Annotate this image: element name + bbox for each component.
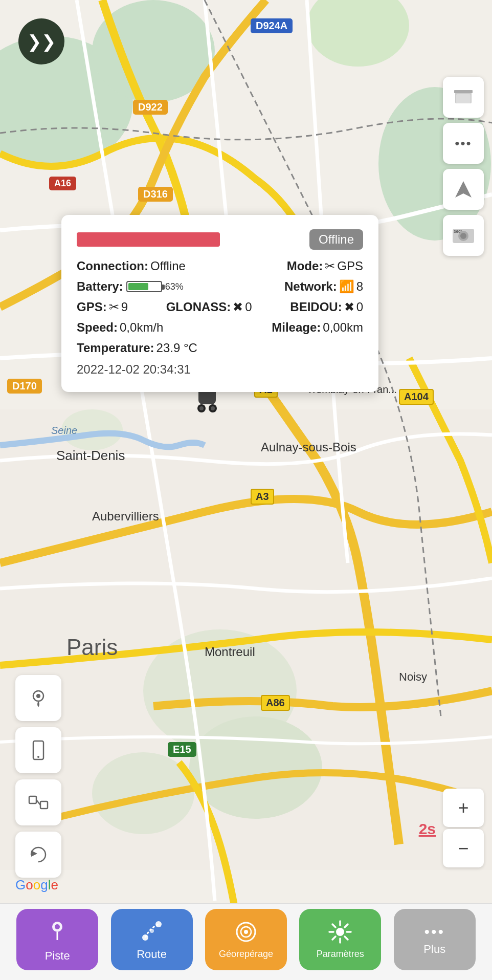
connection-label: Connection: xyxy=(77,259,148,273)
svg-point-34 xyxy=(155,921,162,927)
svg-point-2 xyxy=(307,0,409,67)
more-options-button[interactable]: ••• xyxy=(443,123,484,164)
svg-point-35 xyxy=(150,929,154,933)
beidou-value: 0 xyxy=(356,300,363,314)
city-aulnay: Aulnay-sous-Bois xyxy=(261,440,356,454)
right-sidebar: ••• 360° xyxy=(443,77,484,256)
battery-row: Battery: 63% Network: 📶 8 xyxy=(77,279,363,294)
road-label-a3: A3 xyxy=(251,489,274,505)
mileage-info: Mileage: 0,00km xyxy=(272,320,363,335)
device-name-bar xyxy=(77,232,220,247)
glonass-value: 0 xyxy=(245,300,252,314)
network-info: Network: 📶 8 xyxy=(284,279,363,294)
streetview-button[interactable]: 360° xyxy=(443,215,484,256)
road-label-d316: D316 xyxy=(138,187,173,202)
chevron-down-icon: ❯❯ xyxy=(27,33,56,50)
connection-info: Connection: Offline xyxy=(77,259,186,273)
svg-point-13 xyxy=(199,406,204,410)
speed-value: 0,0km/h xyxy=(120,320,163,335)
route-icon xyxy=(139,918,165,946)
layers-button[interactable] xyxy=(443,77,484,118)
svg-point-38 xyxy=(244,930,248,934)
svg-point-26 xyxy=(37,756,39,758)
connection-value: Offline xyxy=(150,259,186,273)
mode-icon: ✂ xyxy=(325,259,335,273)
speed-info: Speed: 0,0km/h xyxy=(77,320,163,335)
svg-rect-28 xyxy=(40,801,48,809)
road-label-a16: A16 xyxy=(49,177,76,190)
temperature-row: Temperature: 23.9 °C xyxy=(77,341,363,355)
svg-rect-16 xyxy=(454,90,473,93)
svg-rect-27 xyxy=(29,796,36,803)
gps-label: GPS: xyxy=(77,300,107,314)
mode-value: GPS xyxy=(337,259,363,273)
refresh-button[interactable] xyxy=(15,832,61,878)
battery-bar xyxy=(126,281,162,292)
gps-value: 9 xyxy=(121,300,128,314)
speed-row: Speed: 0,0km/h Mileage: 0,00km xyxy=(77,320,363,335)
svg-rect-17 xyxy=(456,94,471,103)
nav-georep[interactable]: Géorepérage xyxy=(205,909,287,970)
mobile-button[interactable] xyxy=(15,727,61,773)
svg-point-24 xyxy=(36,694,40,698)
left-action-buttons xyxy=(15,675,61,878)
navigate-button[interactable] xyxy=(443,169,484,210)
battery-percent: 63% xyxy=(165,281,184,292)
nav-plus[interactable]: ••• Plus xyxy=(394,909,476,970)
collapse-button[interactable]: ❯❯ xyxy=(18,18,64,64)
zoom-controls: + − xyxy=(443,789,484,867)
piste-label: Piste xyxy=(45,949,70,963)
params-label: Paramètres xyxy=(317,949,364,960)
svg-marker-18 xyxy=(455,181,472,198)
location-button[interactable] xyxy=(15,675,61,721)
ellipsis-icon: ••• xyxy=(455,136,472,151)
battery-tip xyxy=(162,285,165,290)
svg-point-14 xyxy=(211,406,215,410)
mode-label: Mode: xyxy=(287,259,323,273)
road-label-d924a: D924A xyxy=(251,18,293,33)
beidou-info: BEIDOU: ✖ 0 xyxy=(290,300,363,314)
satellite-row: GPS: ✂ 9 GLONASS: ✖ 0 BEIDOU: ✖ 0 xyxy=(77,300,363,314)
glonass-label: GLONASS: xyxy=(166,300,231,314)
connection-row: Connection: Offline Mode: ✂ GPS xyxy=(77,259,363,273)
nav-params[interactable]: Paramètres xyxy=(299,909,381,970)
nav-piste[interactable]: Piste xyxy=(16,909,98,970)
gps-info: GPS: ✂ 9 xyxy=(77,300,128,314)
info-card: Offline Connection: Offline Mode: ✂ GPS … xyxy=(61,215,378,392)
city-seine: Seine xyxy=(51,425,77,437)
plus-more-icon: ••• xyxy=(424,923,445,941)
network-value: 8 xyxy=(356,279,363,294)
city-saint-denis: Saint-Denis xyxy=(56,448,125,464)
mode-info: Mode: ✂ GPS xyxy=(287,259,363,273)
road-label-d922: D922 xyxy=(133,100,168,115)
battery-fill xyxy=(128,283,149,290)
offline-badge: Offline xyxy=(309,229,363,250)
route-label: Route xyxy=(137,948,167,961)
zoom-in-button[interactable]: + xyxy=(443,789,484,827)
speed-label: Speed: xyxy=(77,320,118,335)
temperature-value: 23.9 °C xyxy=(156,341,197,355)
svg-marker-30 xyxy=(31,851,37,857)
glonass-x-icon: ✖ xyxy=(233,300,243,314)
road-label-d170: D170 xyxy=(7,379,42,394)
road-label-a104: A104 xyxy=(399,389,434,405)
bottom-navigation: Piste Route Géorepérage xyxy=(0,903,492,980)
temperature-info: Temperature: 23.9 °C xyxy=(77,341,197,355)
temperature-label: Temperature: xyxy=(77,341,154,355)
nav-route[interactable]: Route xyxy=(111,909,193,970)
plus-label: Plus xyxy=(423,943,445,956)
beidou-label: BEIDOU: xyxy=(290,300,342,314)
network-label: Network: xyxy=(284,279,337,294)
battery-label: Battery: xyxy=(77,279,123,294)
card-header: Offline xyxy=(77,229,363,250)
svg-text:360°: 360° xyxy=(454,229,462,234)
gps-icon: ✂ xyxy=(109,300,119,314)
svg-point-32 xyxy=(55,924,60,929)
city-montreuil: Montreuil xyxy=(205,645,255,659)
connect-button[interactable] xyxy=(15,779,61,825)
params-icon xyxy=(327,919,353,947)
georep-label: Géorepérage xyxy=(219,949,273,960)
battery-info: Battery: 63% xyxy=(77,279,184,294)
zoom-out-button[interactable]: − xyxy=(443,829,484,867)
mileage-label: Mileage: xyxy=(272,320,321,335)
